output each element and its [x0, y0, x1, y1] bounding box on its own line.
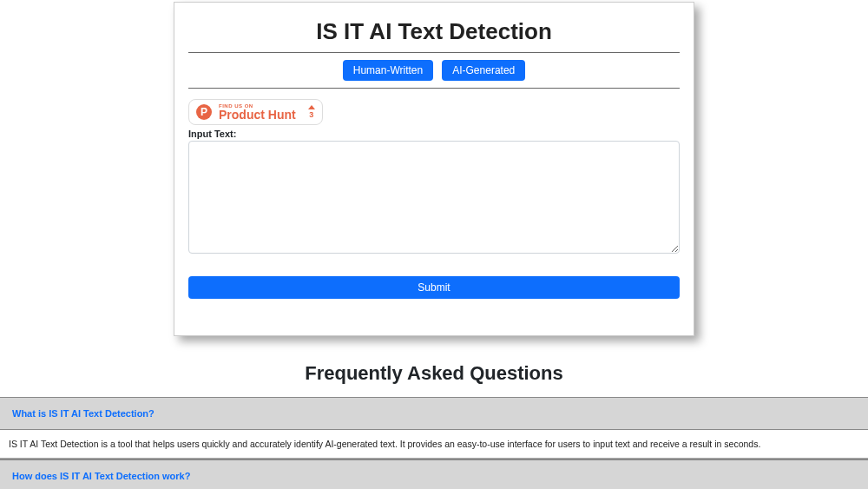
human-written-button[interactable]: Human-Written: [343, 60, 433, 81]
product-hunt-count: 3: [309, 111, 313, 119]
faq-question-2[interactable]: How does IS IT AI Text Detection work?: [0, 459, 868, 489]
ai-generated-button[interactable]: AI-Generated: [442, 60, 525, 81]
divider-top: [188, 52, 680, 53]
input-text-field[interactable]: [188, 141, 680, 254]
product-hunt-badge[interactable]: P FIND US ON Product Hunt 3: [188, 99, 323, 125]
faq-heading: Frequently Asked Questions: [0, 362, 868, 385]
faq-answer-1: IS IT AI Text Detection is a tool that h…: [0, 430, 868, 459]
product-hunt-logo-icon: P: [196, 104, 212, 120]
input-text-label: Input Text:: [188, 129, 680, 139]
faq-question-1[interactable]: What is IS IT AI Text Detection?: [0, 397, 868, 430]
page-title: IS IT AI Text Detection: [188, 18, 680, 45]
mode-buttons-row: Human-Written AI-Generated: [188, 60, 680, 81]
upvote-triangle-icon: [308, 105, 315, 109]
divider-bottom: [188, 88, 680, 89]
product-hunt-upvote: 3: [308, 105, 315, 119]
product-hunt-text: FIND US ON Product Hunt: [219, 103, 296, 121]
product-hunt-brand-label: Product Hunt: [219, 109, 296, 121]
submit-button[interactable]: Submit: [188, 276, 680, 299]
main-card: IS IT AI Text Detection Human-Written AI…: [174, 2, 694, 336]
faq-section: What is IS IT AI Text Detection? IS IT A…: [0, 397, 868, 489]
